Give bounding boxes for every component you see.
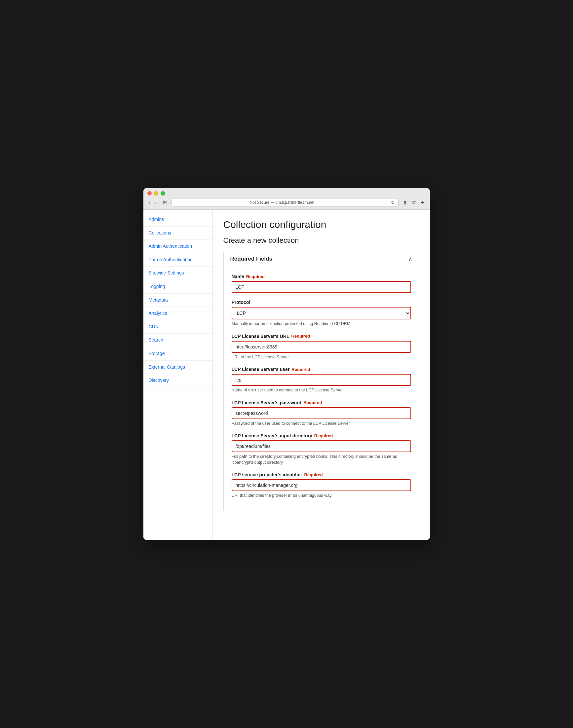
lcp-directory-label: LCP License Server's input directory Req… [231,433,411,438]
traffic-lights [147,191,426,195]
protocol-label: Protocol [231,299,411,305]
section-subtitle: Create a new collection [223,236,419,245]
name-input[interactable] [231,281,411,293]
lcp-url-required-badge: Required [292,334,310,339]
lcp-directory-input[interactable] [231,440,411,452]
sidebar-item-logging[interactable]: Logging [143,280,212,294]
close-button[interactable] [147,191,152,195]
lcp-user-hint: Name of the user used to connect to the … [231,387,411,393]
sidebar-item-external-catalogs[interactable]: External Catalogs [143,361,212,374]
protocol-select[interactable]: LCP [231,307,411,320]
lcp-user-field: LCP License Server's user Required Name … [231,367,411,393]
protocol-hint: Manually imported collection protected u… [231,321,411,327]
sidebar-item-discovery[interactable]: Discovery [143,374,212,387]
required-fields-card: Required Fields ∧ Name Required [223,251,419,512]
fullscreen-button[interactable] [161,191,165,195]
back-button[interactable]: ‹ [147,199,152,206]
lcp-password-input[interactable] [231,407,411,419]
lcp-password-label: LCP License Server's password Required [231,400,411,405]
lcp-url-input[interactable] [231,341,411,353]
minimize-button[interactable] [154,191,158,195]
address-text: Not Secure — cm.lcp.hilbertteam.net [175,200,389,205]
lcp-directory-required-badge: Required [314,433,333,438]
sidebar: Admins Collections Admin Authentication … [143,210,213,540]
browser-actions: ⬆ ⧉ + [401,199,426,207]
share-button[interactable]: ⬆ [401,199,409,207]
lcp-user-required-badge: Required [292,367,310,372]
sidebar-item-admin-auth[interactable]: Admin Authentication [143,240,212,254]
lcp-password-required-badge: Required [303,400,322,405]
lcp-provider-input[interactable] [231,479,411,491]
sidebar-item-patron-auth[interactable]: Patron Authentication [143,254,212,267]
lcp-directory-field: LCP License Server's input directory Req… [231,433,411,465]
main-content: Collection configuration Create a new co… [213,210,430,540]
lcp-provider-label: LCP service provider's identifier Requir… [231,472,411,477]
lcp-user-input[interactable] [231,374,411,386]
sidebar-item-analytics[interactable]: Analytics [143,307,212,320]
lcp-provider-hint: URI that identifies the provider in an u… [231,493,411,499]
lcp-url-label: LCP License Server's URL Required [231,334,411,339]
lcp-password-hint: Password of the user used to connect to … [231,421,411,427]
sidebar-item-sitewide-settings[interactable]: Sitewide Settings [143,267,212,280]
lcp-provider-required-badge: Required [304,472,322,477]
form-card-title: Required Fields [230,256,273,262]
sidebar-toggle-button[interactable]: ⊞ [161,199,169,206]
lcp-password-field: LCP License Server's password Required P… [231,400,411,427]
protocol-field: Protocol LCP Manually imported collectio… [231,299,411,327]
reload-button[interactable]: ↻ [391,200,395,205]
sidebar-item-search[interactable]: Search [143,334,212,347]
name-required-badge: Required [246,274,265,279]
lcp-url-hint: URL of the LCP License Server [231,354,411,360]
name-label: Name Required [231,274,411,279]
browser-window: ‹ › ⊞ Not Secure — cm.lcp.hilbertteam.ne… [143,188,430,540]
new-tab-button[interactable]: + [420,199,426,207]
form-card-body: Name Required Protocol LCP Manuall [224,267,419,512]
sidebar-item-metadata[interactable]: Metadata [143,294,212,307]
forward-button[interactable]: › [153,199,158,206]
browser-chrome: ‹ › ⊞ Not Secure — cm.lcp.hilbertteam.ne… [143,188,430,210]
sidebar-item-storage[interactable]: Storage [143,347,212,361]
duplicate-button[interactable]: ⧉ [411,199,418,207]
lcp-url-field: LCP License Server's URL Required URL of… [231,334,411,360]
sidebar-item-admins[interactable]: Admins [143,213,212,227]
sidebar-item-cdn[interactable]: CDN [143,320,212,334]
lcp-user-label: LCP License Server's user Required [231,367,411,372]
page-title: Collection configuration [223,219,419,230]
chevron-up-icon[interactable]: ∧ [408,256,412,262]
browser-toolbar: ‹ › ⊞ Not Secure — cm.lcp.hilbertteam.ne… [147,198,426,207]
lcp-directory-hint: Full path to the directory containing en… [231,454,411,465]
name-field: Name Required [231,274,411,293]
address-bar: Not Secure — cm.lcp.hilbertteam.net ↻ [171,198,399,207]
form-card-header: Required Fields ∧ [224,251,419,267]
lcp-provider-field: LCP service provider's identifier Requir… [231,472,411,499]
browser-content: Admins Collections Admin Authentication … [143,210,430,540]
nav-buttons: ‹ › [147,199,158,206]
sidebar-item-collections[interactable]: Collections [143,227,212,240]
